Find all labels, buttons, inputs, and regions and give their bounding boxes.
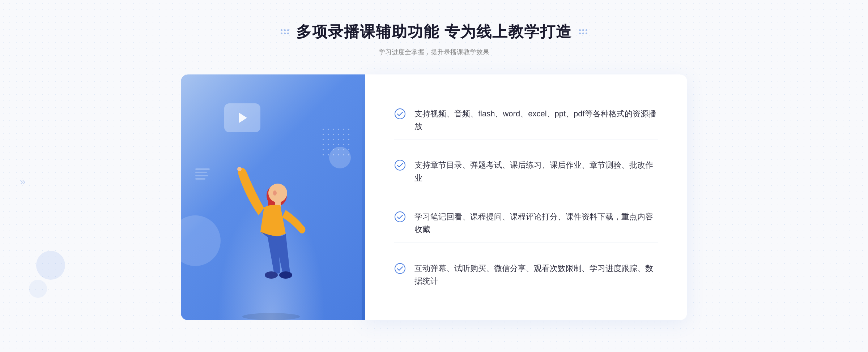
person-illustration: [221, 139, 322, 320]
illustration-card: [181, 74, 362, 320]
check-icon-2: [394, 159, 406, 171]
svg-point-2: [268, 184, 287, 202]
main-title: 多项录播课辅助功能 专为线上教学打造: [296, 22, 572, 42]
svg-point-10: [395, 212, 405, 222]
dot: [281, 29, 282, 31]
chevron-icon: »: [20, 176, 26, 188]
subtitle: 学习进度全掌握，提升录播课教学效果: [281, 48, 587, 56]
svg-point-3: [273, 190, 277, 196]
check-icon-4: [394, 263, 406, 274]
illus-large-circle: [181, 215, 221, 266]
feature-item-3: 学习笔记回看、课程提问、课程评论打分、课件资料下载，重点内容收藏: [394, 204, 658, 242]
dot: [579, 29, 581, 31]
deco-circle-small: [29, 280, 47, 298]
feature-item-2: 支持章节目录、弹题考试、课后练习、课后作业、章节测验、批改作业: [394, 152, 658, 191]
features-card: 支持视频、音频、flash、word、excel、ppt、pdf等各种格式的资源…: [365, 74, 687, 320]
feature-item-4: 互动弹幕、试听购买、微信分享、观看次数限制、学习进度跟踪、数据统计: [394, 256, 658, 294]
svg-point-8: [395, 109, 405, 119]
play-triangle-icon: [239, 113, 247, 123]
dots-decoration: [323, 129, 351, 157]
play-bubble: [224, 103, 260, 132]
dot: [284, 29, 286, 31]
page-arrow-decoration: »: [20, 176, 26, 188]
check-icon-3: [394, 211, 406, 223]
check-icon-1: [394, 108, 406, 120]
dot: [281, 33, 282, 34]
svg-point-5: [265, 271, 278, 279]
header-section: 多项录播课辅助功能 专为线上教学打造 学习进度全掌握，提升录播课教学效果: [281, 22, 587, 56]
dot: [586, 29, 587, 31]
svg-point-0: [242, 313, 300, 320]
dot: [287, 29, 289, 31]
blue-vertical-divider: [362, 74, 365, 320]
dot: [287, 33, 289, 34]
svg-point-6: [279, 271, 292, 279]
title-row: 多项录播课辅助功能 专为线上教学打造: [281, 22, 587, 42]
svg-point-9: [395, 160, 405, 170]
svg-point-11: [395, 263, 405, 274]
dot: [579, 33, 581, 34]
dot: [582, 33, 584, 34]
content-area: 支持视频、音频、flash、word、excel、ppt、pdf等各种格式的资源…: [181, 74, 687, 320]
right-decoration-dots: [579, 29, 587, 34]
feature-text-2: 支持章节目录、弹题考试、课后练习、课后作业、章节测验、批改作业: [414, 159, 658, 184]
feature-text-4: 互动弹幕、试听购买、微信分享、观看次数限制、学习进度跟踪、数据统计: [414, 262, 658, 287]
deco-circle-large: [36, 251, 65, 280]
illus-stripe-lines: [195, 168, 210, 180]
left-decoration-dots: [281, 29, 289, 34]
dot: [284, 33, 286, 34]
feature-item-1: 支持视频、音频、flash、word、excel、ppt、pdf等各种格式的资源…: [394, 101, 658, 139]
feature-text-1: 支持视频、音频、flash、word、excel、ppt、pdf等各种格式的资源…: [414, 107, 658, 133]
dot: [586, 33, 587, 34]
page-container: 多项录播课辅助功能 专为线上教学打造 学习进度全掌握，提升录播课教学效果 »: [0, 0, 868, 352]
feature-text-3: 学习笔记回看、课程提问、课程评论打分、课件资料下载，重点内容收藏: [414, 210, 658, 236]
dot: [582, 29, 584, 31]
svg-point-7: [237, 167, 242, 171]
